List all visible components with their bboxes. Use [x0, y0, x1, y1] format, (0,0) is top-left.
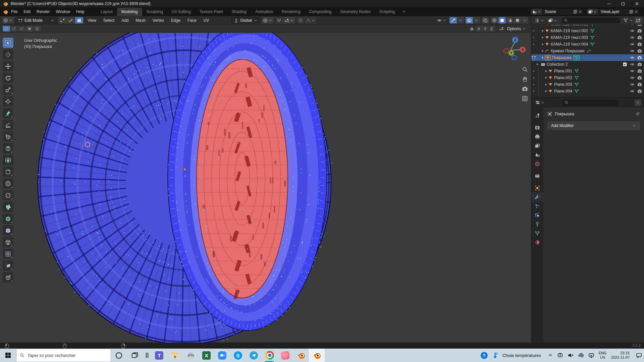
navigation-gizmo[interactable]: Z Y X [494, 34, 527, 66]
tool-transform[interactable] [3, 96, 13, 107]
thermometer-icon[interactable] [492, 352, 498, 358]
face-select-button[interactable] [75, 17, 83, 23]
collapse-icon[interactable] [535, 62, 539, 66]
snap-with-button[interactable] [283, 17, 295, 23]
disable-render-icon[interactable] [637, 35, 642, 40]
breadcrumb-object-name[interactable]: Покрышка [555, 112, 574, 116]
editor-type-button[interactable] [2, 17, 14, 23]
properties-editor-type-button[interactable] [534, 100, 546, 106]
chevron-down-icon[interactable] [629, 18, 633, 22]
clock[interactable]: 23:15 2022-11-07 [611, 351, 630, 360]
expand-icon[interactable] [541, 49, 545, 53]
gizmo-neg-x-ball[interactable] [504, 49, 508, 53]
hide-viewport-icon[interactable] [630, 28, 635, 33]
expand-icon[interactable] [544, 82, 548, 86]
select-mode-intersect-button[interactable] [34, 26, 41, 32]
pin-icon[interactable] [635, 112, 640, 116]
tab-sculpting[interactable]: Sculpting [142, 8, 167, 16]
tool-poly-build[interactable] [3, 202, 13, 212]
hide-viewport-icon[interactable] [630, 62, 635, 67]
new-collection-button[interactable] [635, 17, 642, 23]
weather-notification-text[interactable]: Chute températures [502, 353, 541, 358]
tool-inset-faces[interactable] [3, 155, 13, 165]
menu-window[interactable]: Window [53, 7, 73, 16]
expand-icon[interactable] [541, 42, 545, 46]
action-center-icon[interactable] [636, 352, 642, 358]
taskbar-excel-button[interactable]: X [199, 349, 214, 362]
snap-toggle-button[interactable] [275, 17, 283, 23]
help-notification-icon[interactable]: ? [481, 352, 488, 359]
taskbar-blender-button[interactable] [293, 349, 309, 362]
mirror-x-toggle[interactable]: X [476, 26, 482, 32]
outliner-row[interactable]: Plane.003 [531, 81, 644, 88]
select-mode-subtract-button[interactable] [18, 26, 25, 32]
hide-viewport-icon[interactable] [630, 55, 635, 60]
3d-viewport[interactable]: User Orthographic (43) Покрышка [0, 33, 531, 343]
outliner-row[interactable]: Кривая Покрышки [531, 48, 644, 54]
shading-wireframe-button[interactable] [491, 17, 498, 23]
gizmos-dropdown-button[interactable] [457, 17, 464, 23]
add-modifier-button[interactable]: Add Modifier [547, 122, 640, 130]
copy-icon[interactable] [573, 9, 578, 14]
tab-world[interactable] [531, 159, 543, 168]
pivot-point-button[interactable] [262, 17, 274, 23]
disable-render-icon[interactable] [637, 55, 642, 60]
disable-render-icon[interactable] [637, 89, 642, 94]
filter-icon[interactable] [623, 18, 628, 23]
tab-object-data[interactable] [531, 229, 543, 238]
disable-render-icon[interactable] [637, 69, 642, 73]
copy-icon[interactable] [629, 9, 634, 14]
language-indicator[interactable]: ENG US [599, 351, 607, 360]
tool-spin[interactable] [3, 214, 13, 224]
tool-bevel[interactable] [3, 167, 13, 177]
transform-orientation-dropdown[interactable]: Global [231, 17, 260, 23]
tab-material[interactable] [531, 238, 543, 247]
expand-icon[interactable] [541, 36, 545, 40]
menu-view[interactable]: View [85, 18, 99, 23]
hide-viewport-icon[interactable] [630, 35, 635, 40]
tool-edge-slide[interactable] [3, 237, 13, 247]
shading-dropdown-button[interactable] [522, 17, 528, 23]
expand-icon[interactable] [541, 25, 545, 26]
disable-render-icon[interactable] [637, 42, 642, 47]
mirror-button[interactable] [468, 26, 476, 32]
outliner-row[interactable]: Plane.004 [531, 88, 644, 95]
xray-toggle-button[interactable] [482, 17, 489, 23]
device-icon[interactable] [557, 352, 563, 358]
menu-edit[interactable]: Edit [20, 7, 34, 16]
taskbar-zoom-button[interactable] [214, 349, 230, 362]
outliner-row-selected[interactable]: Покрышка [531, 54, 644, 61]
expand-icon[interactable] [541, 56, 545, 60]
disable-render-icon[interactable] [637, 82, 642, 87]
outliner-row[interactable]: Plane.001 [531, 68, 644, 74]
menu-file[interactable]: File [8, 7, 20, 16]
edge-select-button[interactable] [67, 17, 75, 23]
tab-physics[interactable] [531, 210, 543, 220]
vertex-select-button[interactable] [58, 17, 66, 23]
tab-tool[interactable] [531, 111, 543, 120]
disable-render-icon[interactable] [637, 25, 642, 26]
tool-knife[interactable] [3, 190, 13, 200]
tab-geometry-nodes[interactable]: Geometry Nodes [336, 8, 375, 16]
tab-view-layer[interactable] [531, 141, 543, 150]
mode-dropdown[interactable]: Edit Mode [16, 17, 57, 23]
properties-search-input[interactable] [562, 100, 619, 106]
disable-render-icon[interactable] [637, 62, 642, 67]
tab-layout[interactable]: Layout [96, 8, 117, 16]
toggle-perspective-grid-icon[interactable] [522, 96, 528, 102]
tab-scripting[interactable]: Scripting [375, 8, 399, 16]
minimize-button[interactable] [602, 0, 616, 7]
tire-mesh-render[interactable] [0, 33, 531, 343]
expand-icon[interactable] [541, 29, 545, 33]
outliner-row[interactable]: Plane.002 [531, 74, 644, 81]
view-layer-name[interactable]: ViewLayer [598, 9, 629, 14]
onedrive-icon[interactable] [578, 352, 584, 358]
collection-checkbox[interactable] [623, 62, 627, 67]
shading-rendered-button[interactable] [514, 17, 521, 23]
start-button[interactable] [0, 349, 16, 362]
menu-face[interactable]: Face [185, 18, 199, 23]
pan-hand-icon[interactable] [522, 76, 528, 82]
tab-uv-editing[interactable]: UV Editing [167, 8, 195, 16]
gizmos-toggle-button[interactable] [449, 17, 457, 23]
mirror-z-toggle[interactable]: Z [489, 26, 495, 32]
